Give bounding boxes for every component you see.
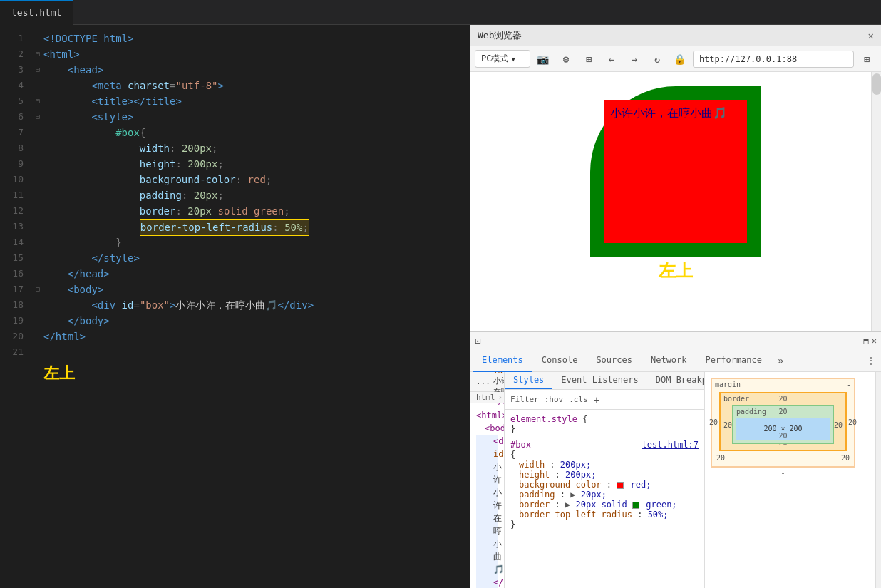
code-content-14: } xyxy=(43,234,470,250)
box-prop-height: height : 200px; xyxy=(519,470,699,480)
border-top-val: 20 xyxy=(778,395,787,403)
editor-tab-test-html[interactable]: test.html xyxy=(0,0,73,25)
element-style-close-brace: } xyxy=(510,424,515,434)
code-content-7: #box{ xyxy=(43,125,470,140)
style-rule-box-header: #box test.html:7 xyxy=(510,440,699,450)
margin-label: margin xyxy=(715,381,741,388)
fold-arrow-5[interactable]: ⊟ xyxy=(32,93,43,109)
line-number-13: 13 xyxy=(0,219,32,234)
url-bar[interactable]: http://127.0.0.1:88 xyxy=(693,51,854,68)
line-number-11: 11 xyxy=(0,187,32,203)
line-number-2: 2 xyxy=(0,46,32,62)
dom-line-2: <body> xyxy=(476,422,498,435)
styles-content: element.style { } #box xyxy=(505,410,704,588)
code-line-5: 5⊟ <title></title> xyxy=(0,93,470,109)
code-line-19: 19 </body> xyxy=(0,313,470,329)
demo-text: 小许小许，在哼小曲🎵 xyxy=(610,106,727,121)
box-model-padding: padding 20 20 20 20 200 × 200 xyxy=(732,405,834,444)
devtools-more-options[interactable]: ⋮ xyxy=(864,356,878,366)
box-selector: #box xyxy=(510,440,531,450)
devtools-tabs: Elements Console Sources Network Perform… xyxy=(470,349,881,372)
fold-arrow-17[interactable]: ⊟ xyxy=(32,282,43,297)
box-prop-width: width : 200px; xyxy=(519,460,699,470)
tab-network[interactable]: Network xyxy=(642,349,696,372)
line-number-3: 3 xyxy=(0,62,32,78)
devtools-left-pane: ... <div id="box"> 小许小许，在哼小曲🎵 </div> == … xyxy=(470,372,505,588)
back-button[interactable]: ← xyxy=(602,49,622,69)
code-content-19: </body> xyxy=(43,313,470,329)
code-line-20: 20</html> xyxy=(0,329,470,344)
screenshot-button[interactable]: 📷 xyxy=(533,49,553,69)
radius-colon: : xyxy=(637,510,647,520)
code-line-18: 18 <div id="box">小许小许，在哼小曲🎵</div> xyxy=(0,297,470,313)
settings-button[interactable]: ⚙ xyxy=(556,49,576,69)
styles-cls-button[interactable]: .cls xyxy=(569,395,588,404)
line-number-5: 5 xyxy=(0,93,32,109)
main-area: 1<!DOCTYPE html>2⊟<html>3⊟ <head>4 <meta… xyxy=(0,25,881,588)
fold-arrow-6[interactable]: ⊟ xyxy=(32,109,43,125)
box-close-brace: } xyxy=(510,520,515,530)
margin-val: - xyxy=(847,381,851,388)
tab-console[interactable]: Console xyxy=(533,349,587,372)
box-model-panel: margin - border 20 20 20 20 xyxy=(704,372,861,588)
bg-color-swatch[interactable] xyxy=(617,482,624,489)
browser-scrollbar[interactable] xyxy=(871,72,881,331)
devtools-dock-icon[interactable]: ⬒ xyxy=(864,336,869,346)
grid-button[interactable]: ⊞ xyxy=(857,49,877,69)
lock-icon: 🔒 xyxy=(670,49,690,69)
box-prop-bg: background-color : red; xyxy=(519,480,699,490)
dom-line-3[interactable]: <div id="box"> 小许小许，在哼小曲🎵 </div> == $0 xyxy=(476,435,498,588)
mode-select-value: PC模式 xyxy=(481,53,508,65)
padding-right-val: 20 xyxy=(834,421,843,428)
dom-path-html[interactable]: html xyxy=(476,393,495,402)
element-style-body: } xyxy=(510,424,699,434)
share-button[interactable]: ⊞ xyxy=(579,49,599,69)
dom-line-1: <html> xyxy=(476,409,498,422)
devtools-scrollbar[interactable] xyxy=(875,372,881,588)
styles-tab-event[interactable]: Event Listeners xyxy=(552,372,646,389)
styles-tab-dom-bp[interactable]: DOM Breakpoints xyxy=(647,372,704,389)
line-number-15: 15 xyxy=(0,250,32,266)
tab-performance[interactable]: Performance xyxy=(697,349,771,372)
code-content-15: </style> xyxy=(43,250,470,266)
styles-add-button[interactable]: + xyxy=(594,394,599,406)
devtools-close-icon[interactable]: ✕ xyxy=(872,336,877,346)
browser-close-button[interactable]: ✕ xyxy=(868,30,874,41)
line-number-9: 9 xyxy=(0,156,32,172)
border-label: border xyxy=(723,395,749,403)
code-content-20: </html> xyxy=(43,329,470,344)
devtools-titlebar: ⊡ ⬒ ✕ xyxy=(470,332,881,349)
styles-hov-button[interactable]: :hov xyxy=(545,395,564,404)
breadcrumb-div-attr: id= xyxy=(493,372,505,376)
dom-path-bar: html › body › div#box xyxy=(470,392,504,403)
tab-more[interactable]: » xyxy=(772,355,789,366)
line-number-4: 4 xyxy=(0,78,32,93)
margin-sides: 20 20 xyxy=(716,454,850,462)
tab-sources[interactable]: Sources xyxy=(587,349,641,372)
code-line-12: 12 border: 20px solid green; xyxy=(0,203,470,219)
forward-button[interactable]: → xyxy=(624,49,644,69)
code-line-7: 7 #box{ xyxy=(0,125,470,140)
code-line-9: 9 height: 200px; xyxy=(0,156,470,172)
element-style-open-brace: { xyxy=(582,414,587,424)
padding-colon: : xyxy=(560,490,570,500)
devtools-select-icon[interactable]: ⊡ xyxy=(475,335,480,346)
box-source[interactable]: test.html:7 xyxy=(642,440,699,450)
padding-label: padding xyxy=(736,408,766,416)
line-number-8: 8 xyxy=(0,140,32,156)
margin-bottom-dash: - xyxy=(711,469,855,477)
border-color-swatch[interactable] xyxy=(632,502,639,509)
tab-elements[interactable]: Elements xyxy=(473,349,532,372)
code-content-18: <div id="box">小许小许，在哼小曲🎵</div> xyxy=(43,297,470,313)
refresh-button[interactable]: ↻ xyxy=(647,49,667,69)
fold-arrow-3[interactable]: ⊟ xyxy=(32,62,43,78)
border-arrow: ▶ xyxy=(565,500,570,510)
height-colon: : xyxy=(555,470,565,480)
styles-tab-styles[interactable]: Styles xyxy=(505,372,552,389)
scrollbar-thumb[interactable] xyxy=(872,73,881,95)
mode-select[interactable]: PC模式 ▼ xyxy=(475,50,530,68)
bg-val: red; xyxy=(631,480,651,490)
fold-arrow-2[interactable]: ⊟ xyxy=(32,46,43,62)
devtools-panel: ⊡ ⬒ ✕ Elements Console Sources Network P… xyxy=(470,331,881,588)
code-content-16: </head> xyxy=(43,266,470,282)
